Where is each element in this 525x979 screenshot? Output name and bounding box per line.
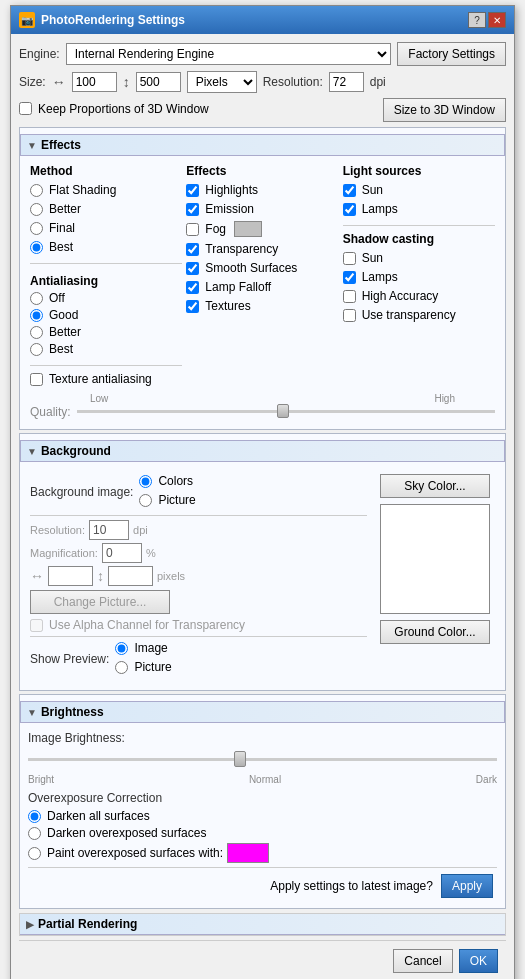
unit-select[interactable]: Pixels (187, 71, 257, 93)
use-transparency-row[interactable]: Use transparency (343, 308, 495, 322)
lamp-falloff-checkbox[interactable] (186, 281, 199, 294)
aa-better[interactable]: Better (30, 325, 182, 339)
emission-checkbox[interactable] (186, 203, 199, 216)
transparency-checkbox[interactable] (186, 243, 199, 256)
height-input[interactable]: 500 (136, 72, 181, 92)
aa-good[interactable]: Good (30, 308, 182, 322)
preview-picture-label: Picture (134, 660, 171, 674)
ground-color-button[interactable]: Ground Color... (380, 620, 490, 644)
factory-settings-button[interactable]: Factory Settings (397, 42, 506, 66)
image-brightness-row: Image Brightness: (28, 731, 497, 745)
size-label: Size: (19, 75, 46, 89)
method-better-radio[interactable] (30, 203, 43, 216)
quality-slider[interactable] (77, 404, 495, 420)
method-final[interactable]: Final (30, 221, 182, 235)
darken-all-row[interactable]: Darken all surfaces (28, 809, 497, 823)
lamp-falloff-row[interactable]: Lamp Falloff (186, 280, 338, 294)
darken-overexposed-radio[interactable] (28, 827, 41, 840)
fog-checkbox[interactable] (186, 223, 199, 236)
highlights-checkbox[interactable] (186, 184, 199, 197)
bg-percent-label: % (146, 547, 156, 559)
width-input[interactable]: 100 (72, 72, 117, 92)
darken-all-radio[interactable] (28, 810, 41, 823)
textures-row[interactable]: Textures (186, 299, 338, 313)
ok-button[interactable]: OK (459, 949, 498, 973)
paint-overexposed-radio[interactable] (28, 847, 41, 860)
texture-aa-label: Texture antialiasing (49, 372, 152, 386)
alpha-channel-label: Use Alpha Channel for Transparency (49, 618, 245, 632)
effects-columns: Method Flat Shading Better Final (26, 164, 499, 389)
bg-magnification-row: Magnification: 0 % (30, 543, 367, 563)
smooth-surfaces-row[interactable]: Smooth Surfaces (186, 261, 338, 275)
textures-checkbox[interactable] (186, 300, 199, 313)
emission-row[interactable]: Emission (186, 202, 338, 216)
fog-row[interactable]: Fog (186, 221, 338, 237)
method-best[interactable]: Best (30, 240, 182, 254)
aa-good-radio[interactable] (30, 309, 43, 322)
quality-slider-thumb[interactable] (277, 404, 289, 418)
bg-pixel-height-input (108, 566, 153, 586)
preview-picture-radio[interactable] (115, 661, 128, 674)
smooth-surfaces-checkbox[interactable] (186, 262, 199, 275)
help-button[interactable]: ? (468, 12, 486, 28)
height-arrow-icon: ↕ (123, 74, 130, 90)
texture-aa-row[interactable]: Texture antialiasing (30, 372, 182, 386)
texture-aa-checkbox[interactable] (30, 373, 43, 386)
sun-light-row[interactable]: Sun (343, 183, 495, 197)
background-content: Background image: Colors Picture (26, 470, 499, 686)
method-column: Method Flat Shading Better Final (30, 164, 182, 389)
preview-picture-option[interactable]: Picture (115, 660, 171, 674)
change-picture-button[interactable]: Change Picture... (30, 590, 170, 614)
aa-best-radio[interactable] (30, 343, 43, 356)
use-transparency-checkbox[interactable] (343, 309, 356, 322)
method-best-radio[interactable] (30, 241, 43, 254)
paint-overexposed-row[interactable]: Paint overexposed surfaces with: (28, 843, 497, 863)
bg-picture-option[interactable]: Picture (139, 493, 195, 507)
resolution-input[interactable]: 72 (329, 72, 364, 92)
method-flat-shading[interactable]: Flat Shading (30, 183, 182, 197)
transparency-row[interactable]: Transparency (186, 242, 338, 256)
high-accuracy-row[interactable]: High Accuracy (343, 289, 495, 303)
highlights-row[interactable]: Highlights (186, 183, 338, 197)
preview-image-option[interactable]: Image (115, 641, 171, 655)
sun-light-checkbox[interactable] (343, 184, 356, 197)
aa-off-radio[interactable] (30, 292, 43, 305)
size-to-window-button[interactable]: Size to 3D Window (383, 98, 506, 122)
main-window: 📷 PhotoRendering Settings ? ✕ Engine: In… (10, 5, 515, 979)
partial-rendering-title: Partial Rendering (38, 917, 137, 931)
cancel-button[interactable]: Cancel (393, 949, 452, 973)
paint-color-swatch[interactable] (227, 843, 269, 863)
lamp-falloff-label: Lamp Falloff (205, 280, 271, 294)
high-accuracy-checkbox[interactable] (343, 290, 356, 303)
preview-image-radio[interactable] (115, 642, 128, 655)
apply-button[interactable]: Apply (441, 874, 493, 898)
lamps-light-checkbox[interactable] (343, 203, 356, 216)
fog-color-swatch[interactable] (234, 221, 262, 237)
sun-shadow-checkbox[interactable] (343, 252, 356, 265)
lamps-light-row[interactable]: Lamps (343, 202, 495, 216)
keep-proportions-checkbox[interactable] (19, 102, 32, 115)
brightness-slider-thumb[interactable] (234, 751, 246, 767)
resolution-label: Resolution: (263, 75, 323, 89)
sky-color-button[interactable]: Sky Color... (380, 474, 490, 498)
bright-label: Bright (28, 774, 54, 785)
sun-light-label: Sun (362, 183, 383, 197)
bg-colors-option[interactable]: Colors (139, 474, 195, 488)
engine-select[interactable]: Internal Rendering Engine (66, 43, 392, 65)
darken-overexposed-row[interactable]: Darken overexposed surfaces (28, 826, 497, 840)
aa-better-radio[interactable] (30, 326, 43, 339)
sun-shadow-row[interactable]: Sun (343, 251, 495, 265)
partial-rendering-header[interactable]: ▶ Partial Rendering (20, 914, 505, 935)
method-final-radio[interactable] (30, 222, 43, 235)
close-button[interactable]: ✕ (488, 12, 506, 28)
bg-picture-radio[interactable] (139, 494, 152, 507)
lamps-shadow-row[interactable]: Lamps (343, 270, 495, 284)
flat-shading-radio[interactable] (30, 184, 43, 197)
lamps-shadow-checkbox[interactable] (343, 271, 356, 284)
flat-shading-label: Flat Shading (49, 183, 116, 197)
bg-colors-radio[interactable] (139, 475, 152, 488)
aa-off[interactable]: Off (30, 291, 182, 305)
bg-magnification-label: Magnification: (30, 547, 98, 559)
aa-best[interactable]: Best (30, 342, 182, 356)
method-better[interactable]: Better (30, 202, 182, 216)
